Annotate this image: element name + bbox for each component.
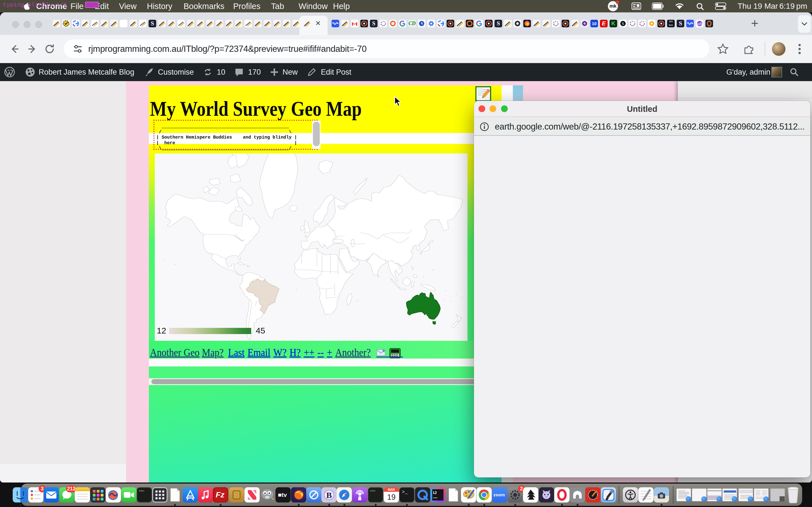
svg-text:B: B bbox=[326, 490, 332, 500]
svg-text:S: S bbox=[622, 21, 624, 26]
svg-text:wifi: wifi bbox=[697, 22, 702, 26]
